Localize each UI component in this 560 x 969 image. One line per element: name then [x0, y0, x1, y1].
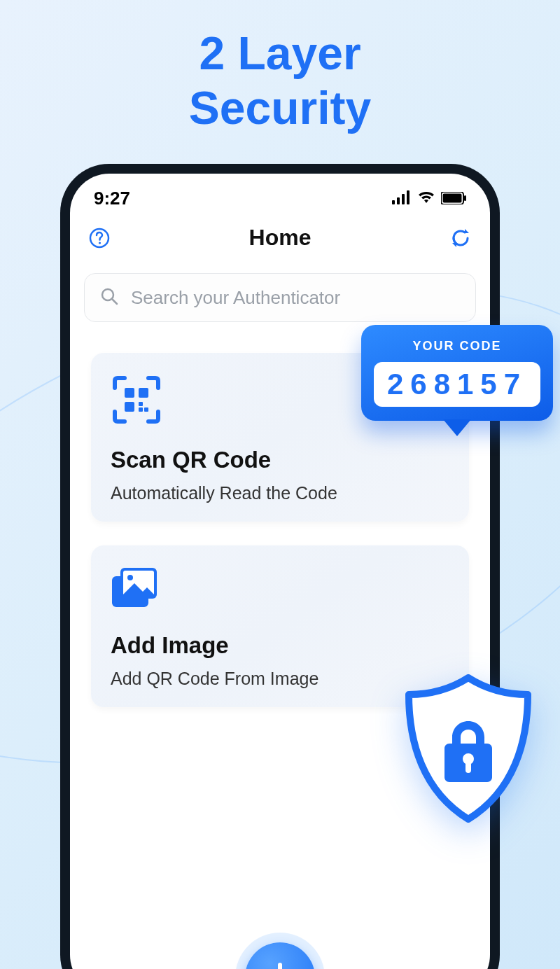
image-icon	[111, 566, 449, 614]
svg-rect-2	[402, 194, 405, 204]
signal-icon	[392, 188, 412, 209]
search-input[interactable]: Search your Authenticator	[84, 273, 476, 322]
code-popup-label: YOUR CODE	[374, 339, 540, 354]
svg-rect-12	[139, 388, 148, 398]
refresh-icon[interactable]	[449, 227, 472, 249]
status-bar: 9:27	[70, 174, 490, 214]
svg-rect-3	[407, 190, 410, 204]
status-time: 9:27	[94, 188, 130, 209]
help-icon[interactable]	[88, 227, 111, 249]
svg-rect-0	[392, 200, 395, 204]
app-header: Home	[70, 214, 490, 258]
code-value: 268157	[374, 362, 540, 407]
status-indicators	[392, 188, 466, 209]
code-popup: YOUR CODE 268157	[361, 325, 553, 421]
svg-rect-16	[139, 407, 143, 412]
wifi-icon	[417, 188, 435, 209]
battery-icon	[441, 188, 466, 209]
svg-point-8	[99, 242, 101, 244]
svg-rect-15	[144, 407, 148, 412]
shield-lock-icon	[395, 672, 542, 826]
svg-rect-6	[464, 195, 466, 201]
svg-rect-5	[443, 194, 462, 203]
plus-icon	[265, 961, 295, 969]
scan-card-subtitle: Automatically Read the Code	[111, 483, 449, 503]
svg-rect-13	[125, 402, 134, 412]
promo-line-2: Security	[0, 81, 560, 136]
promo-line-1: 2 Layer	[0, 27, 560, 81]
svg-rect-24	[465, 762, 471, 773]
phone-frame: 9:27 Home	[60, 164, 500, 969]
svg-rect-14	[139, 402, 143, 406]
svg-rect-11	[125, 388, 134, 398]
svg-point-20	[127, 575, 133, 580]
svg-line-10	[112, 299, 117, 304]
promo-title: 2 Layer Security	[0, 0, 560, 136]
page-title: Home	[249, 225, 312, 251]
search-icon	[100, 287, 118, 308]
svg-rect-1	[397, 197, 400, 204]
screen: 9:27 Home	[70, 174, 490, 969]
add-button[interactable]	[245, 942, 315, 969]
scan-card-title: Scan QR Code	[111, 447, 449, 473]
search-placeholder: Search your Authenticator	[131, 287, 340, 309]
image-card-title: Add Image	[111, 632, 449, 659]
